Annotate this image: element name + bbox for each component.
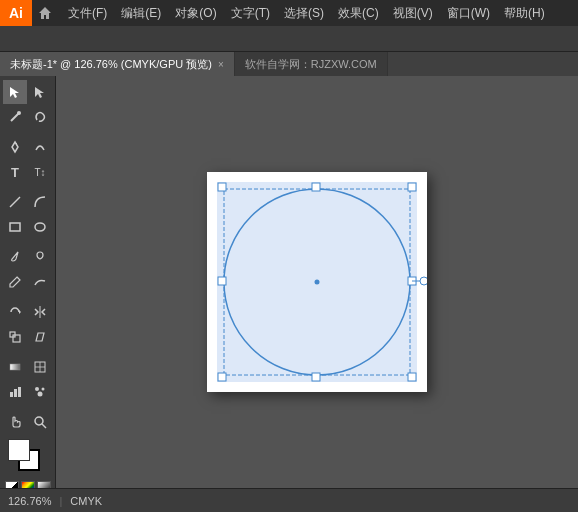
arc-tool[interactable]: [28, 190, 52, 214]
tab-inactive-label: 软件自学网：RJZXW.COM: [245, 57, 377, 72]
svg-rect-7: [13, 335, 20, 342]
svg-rect-28: [218, 373, 226, 381]
tab-close-button[interactable]: ×: [218, 59, 224, 70]
svg-rect-3: [10, 223, 20, 231]
menu-edit[interactable]: 编辑(E): [115, 3, 167, 24]
gradient-swatch-icon[interactable]: [37, 481, 51, 488]
pen-tools-row: [3, 135, 52, 159]
mesh-tool[interactable]: [28, 355, 52, 379]
tab-inactive[interactable]: 软件自学网：RJZXW.COM: [235, 52, 388, 76]
svg-rect-9: [10, 364, 20, 370]
swatch-container: [8, 439, 48, 477]
menubar: Ai 文件(F) 编辑(E) 对象(O) 文字(T) 选择(S) 效果(C) 视…: [0, 0, 578, 26]
menu-view[interactable]: 视图(V): [387, 3, 439, 24]
menu-window[interactable]: 窗口(W): [441, 3, 496, 24]
hand-tool[interactable]: [3, 410, 27, 434]
type-tools-row: T T↕: [3, 160, 52, 184]
line-tools-row: [3, 190, 52, 214]
color-icon[interactable]: [21, 481, 35, 488]
ellipse-tool[interactable]: [28, 215, 52, 239]
pencil-tool[interactable]: [3, 270, 27, 294]
shape-tools-row: [3, 215, 52, 239]
canvas-svg: [207, 172, 427, 392]
color-swatches: [0, 435, 56, 488]
fill-swatch[interactable]: [8, 439, 30, 461]
menu-object[interactable]: 对象(O): [169, 3, 222, 24]
type-tool[interactable]: T: [3, 160, 27, 184]
home-icon[interactable]: [32, 0, 58, 26]
menu-text[interactable]: 文字(T): [225, 3, 276, 24]
line-tool[interactable]: [3, 190, 27, 214]
rotate-tools-row: [3, 300, 52, 324]
tab-active-label: 未标题-1* @ 126.76% (CMYK/GPU 预览): [10, 57, 212, 72]
magic-wand-tool[interactable]: [3, 105, 27, 129]
svg-rect-29: [408, 373, 416, 381]
ai-logo: Ai: [0, 0, 32, 26]
color-mode-status: CMYK: [70, 495, 102, 507]
menu-effect[interactable]: 效果(C): [332, 3, 385, 24]
zoom-tool[interactable]: [28, 410, 52, 434]
pencil-tools-row: [3, 270, 52, 294]
svg-rect-30: [312, 183, 320, 191]
direct-selection-tool[interactable]: [28, 80, 52, 104]
chart-tool[interactable]: [3, 380, 27, 404]
touch-type-tool[interactable]: T↕: [28, 160, 52, 184]
svg-point-18: [38, 392, 43, 397]
menu-file[interactable]: 文件(F): [62, 3, 113, 24]
svg-rect-14: [14, 389, 17, 397]
blob-brush-tool[interactable]: [28, 245, 52, 269]
handglass-tools-row: [3, 410, 52, 434]
svg-point-19: [35, 417, 43, 425]
rotate-tool[interactable]: [3, 300, 27, 324]
selection-tool[interactable]: [3, 80, 27, 104]
main-area: T T↕: [0, 76, 578, 488]
smooth-tool[interactable]: [28, 270, 52, 294]
shear-tool[interactable]: [28, 325, 52, 349]
svg-rect-13: [10, 392, 13, 397]
svg-rect-27: [408, 183, 416, 191]
menu-help[interactable]: 帮助(H): [498, 3, 551, 24]
zoom-level: 126.76%: [8, 495, 51, 507]
svg-point-17: [42, 388, 45, 391]
svg-point-34: [315, 280, 320, 285]
svg-line-20: [42, 424, 46, 428]
symbol-tool[interactable]: [28, 380, 52, 404]
status-bar: 126.76% | CMYK: [0, 488, 578, 512]
magic-tools-row: [3, 105, 52, 129]
canvas-page: [207, 172, 427, 392]
color-mode-icons: [5, 481, 51, 488]
svg-rect-21: [38, 482, 50, 488]
canvas-area: [56, 76, 578, 488]
svg-point-4: [35, 223, 45, 231]
none-color-icon[interactable]: [5, 481, 19, 488]
menu-items: 文件(F) 编辑(E) 对象(O) 文字(T) 选择(S) 效果(C) 视图(V…: [58, 3, 551, 24]
pen-tool[interactable]: [3, 135, 27, 159]
svg-rect-31: [312, 373, 320, 381]
lasso-tool[interactable]: [28, 105, 52, 129]
tab-bar: 未标题-1* @ 126.76% (CMYK/GPU 预览) × 软件自学网：R…: [0, 52, 578, 76]
svg-point-36: [420, 277, 427, 285]
tab-active[interactable]: 未标题-1* @ 126.76% (CMYK/GPU 预览) ×: [0, 52, 235, 76]
top-toolbar: [0, 26, 578, 52]
tools-panel: T T↕: [0, 76, 56, 488]
svg-rect-32: [218, 277, 226, 285]
svg-point-16: [35, 387, 39, 391]
scale-tools-row: [3, 325, 52, 349]
svg-rect-15: [18, 387, 21, 397]
svg-marker-5: [19, 310, 21, 314]
curvature-tool[interactable]: [28, 135, 52, 159]
svg-rect-26: [218, 183, 226, 191]
status-separator: |: [59, 495, 62, 507]
gradient-tools-row: [3, 355, 52, 379]
reflect-tool[interactable]: [28, 300, 52, 324]
svg-point-1: [17, 111, 21, 115]
gradient-tool[interactable]: [3, 355, 27, 379]
chart-tools-row: [3, 380, 52, 404]
selection-tools-row: [3, 80, 52, 104]
paintbrush-tool[interactable]: [3, 245, 27, 269]
svg-line-2: [10, 197, 20, 207]
scale-tool[interactable]: [3, 325, 27, 349]
brush-tools-row: [3, 245, 52, 269]
rectangle-tool[interactable]: [3, 215, 27, 239]
menu-select[interactable]: 选择(S): [278, 3, 330, 24]
